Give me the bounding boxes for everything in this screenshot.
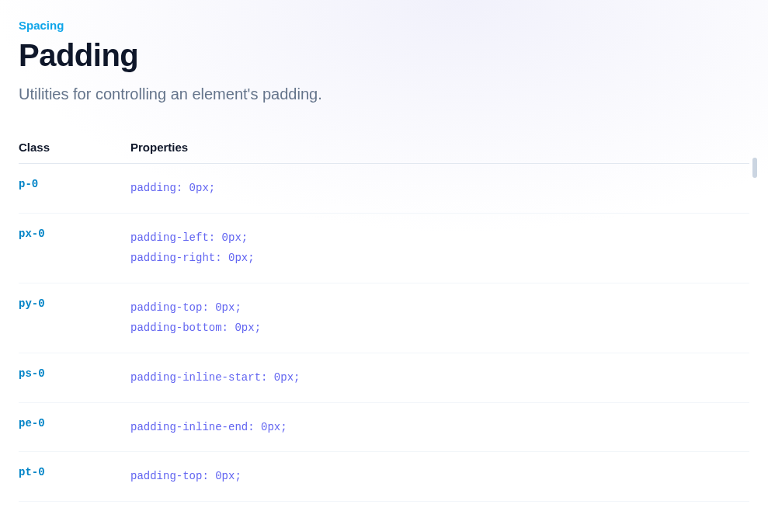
table-row: px-0 padding-left: 0px; padding-right: 0… [19, 214, 749, 283]
property-line: padding-top: 0px; [130, 297, 749, 318]
property-line: padding-left: 0px; [130, 228, 749, 249]
page-title: Padding [19, 38, 749, 73]
property-line: padding-top: 0px; [130, 466, 749, 487]
table-row: pe-0 padding-inline-end: 0px; [19, 403, 749, 453]
property-line: padding-inline-end: 0px; [130, 417, 749, 438]
class-name-cell: py-0 [19, 297, 130, 339]
column-header-properties: Properties [130, 141, 749, 154]
properties-cell: padding-top: 0px; padding-bottom: 0px; [130, 297, 749, 339]
class-name-cell: pe-0 [19, 417, 130, 438]
utilities-table: Class Properties p-0 padding: 0px; px-0 … [19, 141, 749, 506]
table-row: pt-0 padding-top: 0px; [19, 452, 749, 502]
table-row: py-0 padding-top: 0px; padding-bottom: 0… [19, 283, 749, 353]
class-name-cell: pt-0 [19, 466, 130, 487]
property-line: padding-right: 0px; [130, 248, 749, 269]
table-header-row: Class Properties [19, 141, 749, 164]
properties-cell: padding-top: 0px; [130, 466, 749, 487]
table-row: ps-0 padding-inline-start: 0px; [19, 353, 749, 403]
properties-cell: padding-left: 0px; padding-right: 0px; [130, 228, 749, 269]
table-row: pr-0 padding-right: 0px; [19, 502, 749, 506]
property-line: padding-bottom: 0px; [130, 318, 749, 339]
table-body[interactable]: p-0 padding: 0px; px-0 padding-left: 0px… [19, 164, 749, 506]
property-line: padding-inline-start: 0px; [130, 367, 749, 388]
properties-cell: padding-inline-end: 0px; [130, 417, 749, 438]
category-label: Spacing [19, 19, 749, 32]
property-line: padding: 0px; [130, 178, 749, 199]
class-name-cell: ps-0 [19, 367, 130, 388]
class-name-cell: p-0 [19, 178, 130, 199]
page-description: Utilities for controlling an element's p… [19, 85, 749, 103]
class-name-cell: px-0 [19, 228, 130, 269]
column-header-class: Class [19, 141, 130, 154]
page-container: Spacing Padding Utilities for controllin… [0, 0, 768, 532]
properties-cell: padding-inline-start: 0px; [130, 367, 749, 388]
scrollbar-thumb[interactable] [752, 158, 757, 178]
table-row: p-0 padding: 0px; [19, 164, 749, 214]
properties-cell: padding: 0px; [130, 178, 749, 199]
